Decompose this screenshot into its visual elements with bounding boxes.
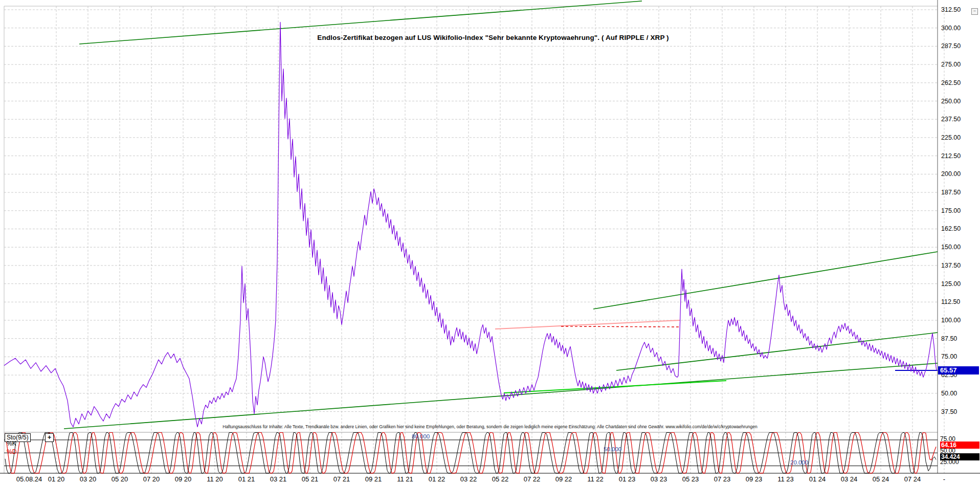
x-axis-label: - <box>943 475 945 483</box>
y-axis-label: 275.00 <box>941 61 961 68</box>
collapse-panel-icon[interactable]: − <box>971 8 978 15</box>
y-axis-label: 125.00 <box>941 280 961 288</box>
y-axis-label: 50.00 <box>941 390 957 397</box>
x-axis-label: 03 21 <box>270 475 287 483</box>
y-axis-label: 175.00 <box>941 207 961 214</box>
y-axis-label: 212.50 <box>941 152 961 160</box>
y-axis-label: 100.00 <box>941 317 961 324</box>
disclaimer-text: Haftungsausschluss für Inhalte: Alle Tex… <box>222 424 758 429</box>
y-axis-label: 312.50 <box>941 6 961 13</box>
y-axis-label: 150.00 <box>941 244 961 251</box>
red-dashed-line <box>561 326 680 327</box>
y-axis-label: 112.50 <box>941 298 960 305</box>
x-axis-label: 07 23 <box>714 475 731 483</box>
x-axis-label: 03 22 <box>460 475 477 483</box>
y-axis-label: 300.00 <box>941 25 961 32</box>
y-axis-label: 75.00 <box>941 353 957 360</box>
x-axis-label: 09 23 <box>746 475 763 483</box>
horizontal-gridlines <box>4 10 938 412</box>
x-axis-label: 01 21 <box>238 475 255 483</box>
x-axis-label: 07 24 <box>904 475 921 483</box>
last-price-badge: 65.57 <box>938 366 979 374</box>
x-axis-label: 03 23 <box>651 475 667 483</box>
sto-level-label-80: 80.000 <box>412 433 430 439</box>
y-axis-label: 187.50 <box>941 189 961 196</box>
mid-trendline <box>593 252 938 309</box>
y-axis-label: 137.50 <box>941 262 961 269</box>
y-axis-label: 162.50 <box>941 225 961 232</box>
x-axis-label: 03 20 <box>80 475 97 483</box>
sto-axis-label: 25.000 <box>940 458 959 466</box>
y-axis-label: 87.50 <box>941 335 957 342</box>
lower-trendline <box>616 333 938 370</box>
add-indicator-button[interactable]: + <box>45 433 54 442</box>
x-axis-label: 03 24 <box>841 475 858 483</box>
x-axis-label: 09 22 <box>555 475 572 483</box>
sto-d-label: %D <box>7 448 16 455</box>
x-axis-label: 05 23 <box>682 475 699 483</box>
y-axis-label: 250.00 <box>941 98 961 105</box>
vertical-gridlines <box>56 6 944 473</box>
x-axis-label: 05.08.24 <box>16 475 42 483</box>
sto-k-label: %K <box>7 440 16 447</box>
price-chart-canvas[interactable] <box>0 0 980 485</box>
x-axis-label: 11 23 <box>777 475 794 483</box>
x-axis-label: 05 24 <box>873 475 889 483</box>
chart-title: Endlos-Zertifikat bezogen auf LUS Wikifo… <box>317 34 669 41</box>
y-axis-label: 262.50 <box>941 79 961 86</box>
sto-level-label-50: 50.000 <box>604 446 621 452</box>
y-axis-label: 37.50 <box>941 408 957 415</box>
x-axis-label: 01 20 <box>48 475 65 483</box>
y-axis-label: 225.00 <box>941 134 961 141</box>
x-axis-label: 01 24 <box>809 475 826 483</box>
y-axis-label: 287.50 <box>941 42 961 50</box>
x-axis-label: 01 22 <box>429 475 446 483</box>
x-axis-label: 07 21 <box>333 475 350 483</box>
x-axis-label: 09 21 <box>365 475 382 483</box>
y-axis-label: 237.50 <box>941 116 961 123</box>
x-axis-label: 07 22 <box>524 475 541 483</box>
sto-level-label-20: 20.000 <box>790 459 808 466</box>
chart-window: Endlos-Zertifikat bezogen auf LUS Wikifo… <box>0 0 980 485</box>
x-axis-label: 05 21 <box>302 475 319 483</box>
x-axis-label: 05 22 <box>492 475 509 483</box>
long-support-trendline <box>64 363 938 429</box>
x-axis-label: 09 20 <box>175 475 192 483</box>
y-axis-label: 200.00 <box>941 170 961 178</box>
x-axis-label: 07 20 <box>143 475 160 483</box>
x-axis-label: 11 21 <box>397 475 413 483</box>
x-axis-label: 01 23 <box>619 475 636 483</box>
pink-resistance-line <box>495 320 680 329</box>
x-axis-label: 11 20 <box>207 475 223 483</box>
x-axis-label: 11 22 <box>587 475 604 483</box>
x-axis-label: 05 20 <box>112 475 128 483</box>
